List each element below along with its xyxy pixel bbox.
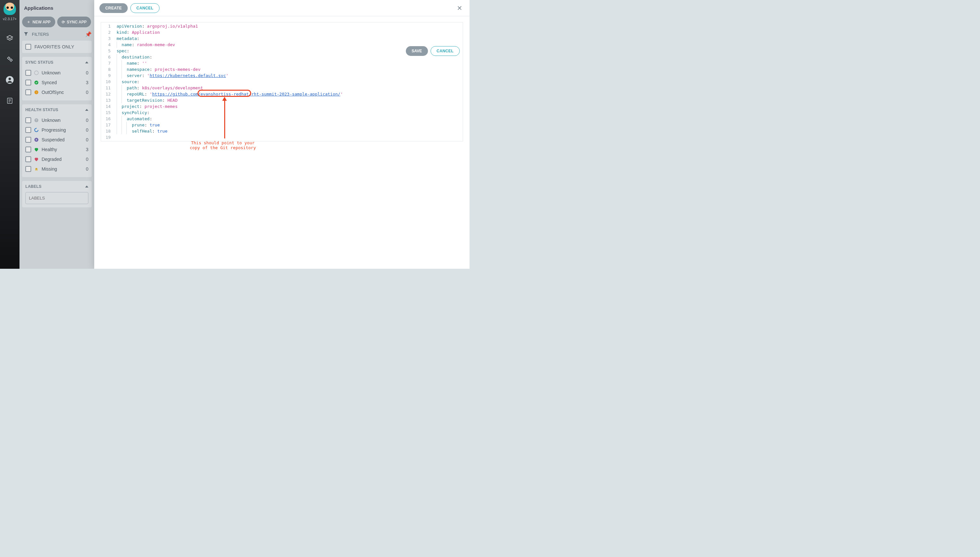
close-icon[interactable]: ✕ bbox=[455, 3, 464, 13]
code-line-10[interactable]: source: bbox=[117, 79, 460, 85]
collapse-icon[interactable] bbox=[85, 62, 88, 64]
checkbox[interactable] bbox=[25, 147, 31, 152]
code-line-13[interactable]: targetRevision: HEAD bbox=[117, 97, 460, 103]
sync-row-outofsync[interactable]: ↑OutOfSync0 bbox=[25, 88, 88, 97]
status-label: Unknown bbox=[42, 118, 60, 123]
new-app-button[interactable]: ＋ NEW APP bbox=[22, 16, 55, 27]
sync-status-title: SYNC STATUS bbox=[25, 60, 53, 65]
code-line-4[interactable]: name: random-meme-dev bbox=[117, 42, 460, 48]
sync-apps-label: SYNC APP bbox=[67, 20, 87, 24]
code-line-19[interactable] bbox=[117, 134, 460, 140]
code-line-12[interactable]: repoURL: 'https://github.com/evanshortis… bbox=[117, 91, 460, 97]
health-row-suspended[interactable]: Suspended0 bbox=[25, 135, 88, 145]
code-line-8[interactable]: namespace: projects-memes-dev bbox=[117, 66, 460, 72]
code-line-5[interactable]: spec: bbox=[117, 48, 460, 54]
health-row-missing[interactable]: Missing0 bbox=[25, 164, 88, 174]
svg-point-15 bbox=[36, 169, 36, 169]
code-line-18[interactable]: selfHeal: true bbox=[117, 128, 460, 134]
question-grey-icon: ? bbox=[34, 118, 39, 123]
argo-logo bbox=[3, 3, 16, 15]
favorites-label: FAVORITES ONLY bbox=[34, 44, 75, 49]
apps-icon[interactable] bbox=[5, 34, 14, 43]
favorites-card: FAVORITES ONLY bbox=[22, 41, 92, 53]
checkbox[interactable] bbox=[25, 137, 31, 143]
docs-icon[interactable] bbox=[5, 96, 14, 105]
status-label: Degraded bbox=[42, 156, 62, 162]
checkbox[interactable] bbox=[25, 117, 31, 123]
code-line-9[interactable]: server: 'https://kubernetes.default.svc' bbox=[117, 72, 460, 79]
status-count: 0 bbox=[86, 156, 88, 162]
labels-card: LABELS bbox=[22, 181, 92, 207]
progressing-icon bbox=[34, 127, 39, 133]
status-count: 3 bbox=[86, 80, 88, 85]
health-row-degraded[interactable]: Degraded0 bbox=[25, 155, 88, 164]
status-label: Healthy bbox=[42, 147, 57, 152]
sync-row-unknown[interactable]: Unknown0 bbox=[25, 68, 88, 78]
svg-rect-13 bbox=[36, 139, 36, 140]
code-line-15[interactable]: syncPolicy: bbox=[117, 109, 460, 116]
cancel-button[interactable]: CANCEL bbox=[130, 3, 160, 13]
version-label: v2.3.17+ bbox=[3, 17, 17, 21]
code-line-11[interactable]: path: k8s/overlays/development bbox=[117, 85, 460, 91]
pin-icon[interactable]: 📌 bbox=[85, 31, 92, 37]
filters-panel: Applications ＋ NEW APP ⟳ SYNC APP FILTER… bbox=[20, 0, 94, 269]
sync-icon: ⟳ bbox=[62, 20, 65, 24]
status-count: 0 bbox=[86, 90, 88, 95]
favorites-checkbox[interactable] bbox=[25, 44, 31, 50]
checkbox[interactable] bbox=[25, 127, 31, 133]
code-line-1[interactable]: apiVersion: argoproj.io/v1alpha1 bbox=[117, 23, 460, 29]
slideover-header: CREATE CANCEL ✕ bbox=[94, 0, 469, 16]
collapse-icon[interactable] bbox=[85, 186, 88, 187]
question-icon bbox=[34, 70, 39, 75]
status-count: 3 bbox=[86, 147, 88, 152]
code-line-3[interactable]: metadata: bbox=[117, 36, 460, 42]
checkbox[interactable] bbox=[25, 90, 31, 95]
sync-row-synced[interactable]: Synced3 bbox=[25, 78, 88, 88]
health-row-progressing[interactable]: Progressing0 bbox=[25, 125, 88, 135]
labels-input[interactable] bbox=[25, 192, 88, 204]
status-label: OutOfSync bbox=[42, 90, 63, 95]
create-app-slideover: CREATE CANCEL ✕ SAVE CANCEL 123456789101… bbox=[94, 0, 469, 269]
checkbox[interactable] bbox=[25, 156, 31, 162]
code-line-16[interactable]: automated: bbox=[117, 116, 460, 122]
yaml-editor[interactable]: 12345678910111213141516171819 apiVersion… bbox=[101, 22, 463, 142]
filter-icon bbox=[23, 31, 29, 37]
checkbox[interactable] bbox=[25, 70, 31, 76]
code-body[interactable]: apiVersion: argoproj.io/v1alpha1kind: Ap… bbox=[114, 23, 463, 141]
code-line-17[interactable]: prune: true bbox=[117, 122, 460, 128]
svg-text:↑: ↑ bbox=[36, 91, 37, 94]
code-line-6[interactable]: destination: bbox=[117, 54, 460, 60]
checkbox[interactable] bbox=[25, 80, 31, 85]
create-button[interactable]: CREATE bbox=[99, 3, 128, 13]
new-app-label: NEW APP bbox=[33, 20, 51, 24]
health-row-healthy[interactable]: Healthy3 bbox=[25, 145, 88, 155]
status-label: Missing bbox=[42, 166, 57, 172]
code-line-7[interactable]: name: '' bbox=[117, 60, 460, 66]
status-count: 0 bbox=[86, 166, 88, 172]
svg-point-0 bbox=[8, 57, 10, 59]
checkbox[interactable] bbox=[25, 166, 31, 172]
health-status-title: HEALTH STATUS bbox=[25, 107, 58, 112]
settings-icon[interactable] bbox=[5, 55, 14, 64]
collapse-icon[interactable] bbox=[85, 109, 88, 111]
degraded-icon bbox=[34, 156, 39, 162]
labels-title: LABELS bbox=[25, 184, 42, 189]
plus-icon: ＋ bbox=[27, 19, 31, 25]
user-icon[interactable] bbox=[5, 75, 14, 85]
health-row-unknown[interactable]: ?Unknown0 bbox=[25, 116, 88, 125]
svg-point-6 bbox=[34, 81, 38, 85]
status-count: 0 bbox=[86, 118, 88, 123]
app-toolbar: ＋ NEW APP ⟳ SYNC APP bbox=[22, 16, 92, 27]
sync-apps-button[interactable]: ⟳ SYNC APP bbox=[57, 16, 91, 27]
code-line-14[interactable]: project: project-memes bbox=[117, 103, 460, 109]
line-gutter: 12345678910111213141516171819 bbox=[101, 23, 114, 141]
svg-point-1 bbox=[10, 59, 12, 61]
nav-sidebar: v2.3.17+ bbox=[0, 0, 20, 269]
svg-text:?: ? bbox=[36, 119, 37, 122]
status-label: Progressing bbox=[42, 127, 66, 133]
code-line-2[interactable]: kind: Application bbox=[117, 29, 460, 36]
status-count: 0 bbox=[86, 137, 88, 142]
svg-point-11 bbox=[35, 129, 38, 132]
svg-point-16 bbox=[37, 169, 37, 169]
outofsync-icon: ↑ bbox=[34, 90, 39, 95]
